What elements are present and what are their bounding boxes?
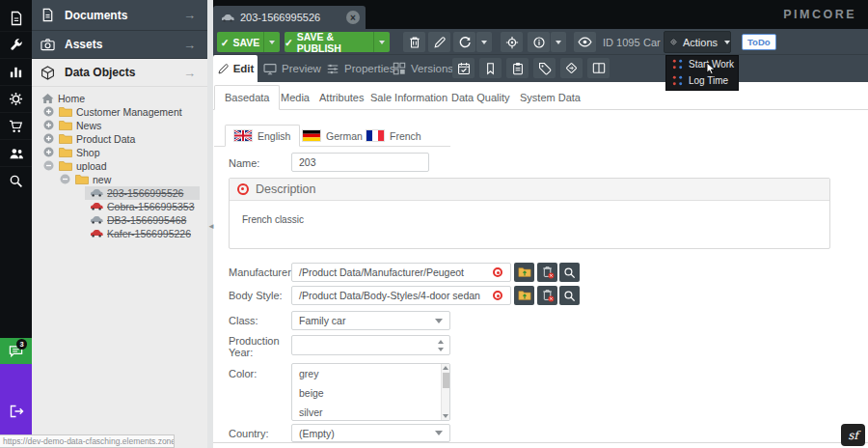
- color-option-grey[interactable]: grey: [292, 364, 449, 383]
- workflow-button[interactable]: [560, 58, 583, 78]
- compare-columns-button[interactable]: [587, 58, 610, 78]
- production-year-spinner[interactable]: [291, 335, 450, 355]
- name-input[interactable]: [291, 153, 429, 172]
- country-select[interactable]: (Empty): [291, 424, 450, 442]
- sidebar-item-documents[interactable]: [0, 5, 32, 32]
- tab-properties[interactable]: Properties: [326, 55, 394, 82]
- folder-icon: [59, 160, 72, 171]
- tree-item-db3[interactable]: DB3-1566995468: [32, 213, 207, 227]
- color-option-silver[interactable]: silver: [292, 403, 449, 421]
- body-style-remove-button[interactable]: [537, 286, 557, 305]
- save-dropdown-button[interactable]: [263, 32, 280, 52]
- sidebar-item-reports[interactable]: [0, 59, 32, 86]
- body-style-input[interactable]: /Product Data/Body-Styles/4-door sedan: [291, 286, 511, 305]
- sidebar-item-ecommerce[interactable]: [0, 113, 32, 140]
- tree-item-customer-management[interactable]: Customer Management: [32, 105, 207, 119]
- scrollbar-thumb[interactable]: [443, 373, 449, 388]
- locate-in-tree-button[interactable]: [501, 32, 523, 52]
- accordion-assets[interactable]: Assets →: [32, 31, 207, 59]
- expand-plus-icon[interactable]: [43, 120, 54, 130]
- scheduler-button[interactable]: [452, 58, 475, 78]
- manufacturer-open-folder-button[interactable]: [514, 263, 534, 282]
- bookmark-button[interactable]: [479, 58, 502, 78]
- spinner-up-icon[interactable]: [438, 340, 444, 344]
- delete-button[interactable]: [403, 32, 425, 52]
- menu-item-log-time[interactable]: Log Time: [666, 72, 738, 89]
- manufacturer-search-button[interactable]: [559, 263, 580, 282]
- sidebar-item-settings[interactable]: [0, 86, 32, 113]
- tree-item-product-data[interactable]: Product Data: [32, 132, 207, 146]
- color-option-beige[interactable]: beige: [292, 383, 449, 403]
- folder-upload-icon: [518, 266, 531, 278]
- description-panel-header[interactable]: Description: [230, 179, 829, 201]
- description-value[interactable]: French classic: [230, 201, 829, 225]
- tree-item-shop[interactable]: Shop: [32, 146, 207, 159]
- body-style-open-folder-button[interactable]: [514, 286, 534, 305]
- tab-attributes[interactable]: Attributes: [319, 85, 364, 110]
- car-icon: [90, 202, 103, 210]
- collapse-minus-icon[interactable]: [43, 160, 54, 171]
- collapse-minus-icon[interactable]: [60, 174, 70, 184]
- expand-plus-icon[interactable]: [43, 147, 54, 157]
- save-button[interactable]: ✓SAVE: [217, 32, 263, 52]
- workflow-dots-icon: [672, 59, 683, 70]
- scroll-up-icon[interactable]: [443, 366, 448, 370]
- listbox-scrollbar[interactable]: [441, 364, 449, 420]
- notes-button[interactable]: [506, 58, 529, 78]
- tab-media[interactable]: Media: [281, 85, 310, 110]
- manufacturer-input[interactable]: /Product Data/Manufacturer/Peugeot: [291, 263, 511, 282]
- panel-splitter[interactable]: ◄: [207, 0, 213, 448]
- color-label: Color:: [229, 368, 257, 379]
- sidebar-item-search[interactable]: [0, 167, 32, 194]
- tab-lang-french[interactable]: French: [366, 125, 421, 147]
- tree-item-203-selected[interactable]: 203-1566995526: [32, 186, 207, 200]
- tab-preview[interactable]: Preview: [263, 55, 321, 82]
- spinner-down-icon[interactable]: [438, 348, 444, 351]
- info-dropdown-button[interactable]: [551, 32, 566, 52]
- save-publish-button[interactable]: ✓SAVE & PUBLISH: [285, 32, 373, 52]
- tree-item-label: 203-1566995526: [107, 187, 183, 199]
- manufacturer-remove-button[interactable]: [537, 263, 557, 282]
- tree-item-home[interactable]: Home: [32, 92, 207, 105]
- tab-data-quality[interactable]: Data Quality: [451, 85, 510, 110]
- menu-item-start-work[interactable]: Start Work: [666, 56, 738, 72]
- tab-lang-english[interactable]: English: [225, 125, 300, 147]
- open-object-tab[interactable]: 203-1566995526 ×: [213, 6, 366, 29]
- tags-button[interactable]: [533, 58, 556, 78]
- body-style-search-button[interactable]: [559, 286, 580, 305]
- reload-dropdown-button[interactable]: [476, 32, 492, 52]
- accordion-data-objects[interactable]: Data Objects →: [32, 59, 207, 87]
- tab-edit[interactable]: Edit: [213, 55, 258, 82]
- tree-item-upload[interactable]: upload: [32, 159, 207, 173]
- info-button[interactable]: [528, 32, 550, 52]
- logout-button[interactable]: [9, 405, 24, 420]
- expand-plus-icon[interactable]: [43, 106, 54, 117]
- sidebar-item-users[interactable]: [0, 140, 32, 167]
- reload-button[interactable]: [453, 32, 475, 52]
- close-tab-icon[interactable]: ×: [346, 11, 360, 24]
- actions-dropdown-button[interactable]: Actions: [664, 31, 731, 53]
- tree-item-news[interactable]: News: [32, 119, 207, 132]
- class-select[interactable]: Family car: [291, 311, 450, 330]
- scroll-down-icon[interactable]: [443, 414, 448, 418]
- sidebar-item-tools[interactable]: [0, 32, 32, 59]
- tab-versions[interactable]: Versions: [393, 55, 453, 82]
- localized-field-icon: [493, 291, 502, 300]
- tree-item-new[interactable]: new: [32, 173, 207, 186]
- save-publish-dropdown-button[interactable]: [373, 32, 390, 52]
- tab-lang-german[interactable]: German: [303, 125, 363, 147]
- folder-icon: [59, 147, 72, 157]
- tree-item-kafer[interactable]: Kafer-1566995226: [32, 227, 207, 240]
- car-icon: [90, 215, 103, 224]
- symfony-debug-badge[interactable]: sf: [841, 424, 865, 446]
- tree-item-cobra[interactable]: Cobra-1566995353: [32, 200, 207, 213]
- rename-button[interactable]: [428, 32, 450, 52]
- tab-basedata[interactable]: Basedata: [214, 85, 280, 110]
- tab-system-data[interactable]: System Data: [520, 85, 581, 110]
- collapse-panel-icon[interactable]: ◄: [207, 222, 215, 231]
- accordion-documents[interactable]: Documents →: [32, 0, 207, 31]
- tab-sale-information[interactable]: Sale Information: [370, 85, 448, 110]
- accordion-assets-label: Assets: [65, 38, 102, 51]
- open-preview-button[interactable]: [574, 32, 596, 52]
- expand-plus-icon[interactable]: [43, 133, 54, 144]
